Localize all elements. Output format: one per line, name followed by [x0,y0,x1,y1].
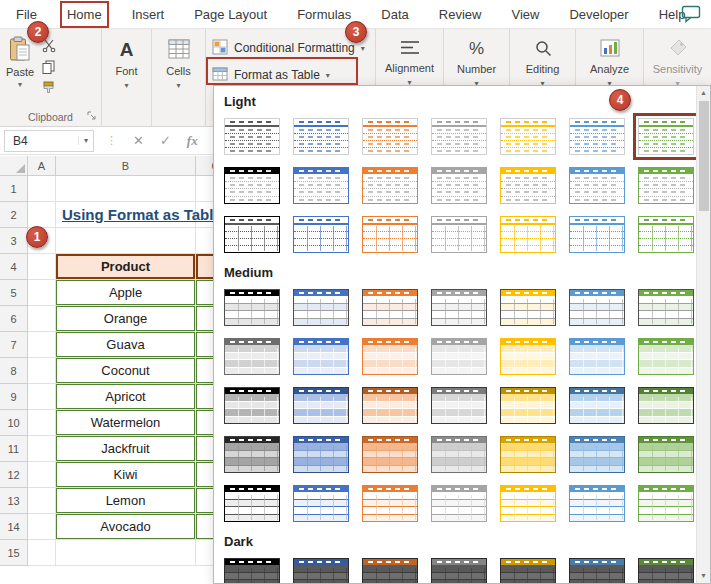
row-header-11[interactable]: 11 [0,436,28,462]
tab-formulas[interactable]: Formulas [295,6,353,23]
cancel-icon[interactable]: ✕ [133,133,144,148]
table-style-light-r3-c5[interactable] [500,216,556,253]
table-style-light-r3-c4[interactable] [431,216,487,253]
table-style-medium-r1-c5[interactable] [500,289,556,326]
table-style-light-r1-c6[interactable] [569,118,625,155]
table-style-light-r1-c2[interactable] [293,118,349,155]
table-style-light-r2-c6[interactable] [569,167,625,204]
table-style-light-r2-c1[interactable] [224,167,280,204]
row-header-10[interactable]: 10 [0,410,28,436]
table-style-medium-r4-c3[interactable] [362,436,418,473]
cell[interactable] [28,176,56,202]
table-style-medium-r1-c7[interactable] [638,289,694,326]
product-cell-guava[interactable]: Guava [56,332,196,358]
cell[interactable]: Using Format as Table [56,202,196,228]
cell[interactable] [28,280,56,306]
table-style-medium-r5-c1[interactable] [224,485,280,522]
copy-button[interactable] [42,59,56,74]
cell[interactable] [28,462,56,488]
table-style-light-r1-c5[interactable] [500,118,556,155]
table-style-medium-r5-c6[interactable] [569,485,625,522]
tab-file[interactable]: File [14,6,39,23]
tab-insert[interactable]: Insert [130,6,167,23]
table-style-dark-r1-c7[interactable] [638,558,694,583]
cell[interactable] [56,176,196,202]
format-as-table-button[interactable]: Format as Table ▾ [212,64,371,86]
table-style-medium-r4-c4[interactable] [431,436,487,473]
scroll-down-icon[interactable]: ▼ [700,570,707,582]
table-style-light-r1-c4[interactable] [431,118,487,155]
cells-group-button[interactable]: Cells ▾ [152,29,206,126]
product-cell-orange[interactable]: Orange [56,306,196,332]
tab-developer[interactable]: Developer [567,6,630,23]
cell[interactable] [28,540,56,566]
cell[interactable] [28,306,56,332]
table-style-light-r1-c3[interactable] [362,118,418,155]
cell[interactable] [56,540,196,566]
table-style-light-r3-c7[interactable] [638,216,694,253]
table-style-light-r3-c6[interactable] [569,216,625,253]
row-header-3[interactable]: 3 [0,228,28,254]
table-style-medium-r2-c5[interactable] [500,338,556,375]
select-all-corner[interactable] [0,156,28,176]
table-style-light-r3-c2[interactable] [293,216,349,253]
formula-bar-splitter[interactable]: ⋮ [106,134,117,147]
row-header-12[interactable]: 12 [0,462,28,488]
tab-page-layout[interactable]: Page Layout [192,6,269,23]
table-style-medium-r1-c1[interactable] [224,289,280,326]
row-header-5[interactable]: 5 [0,280,28,306]
cell[interactable] [28,254,56,280]
table-style-light-r3-c3[interactable] [362,216,418,253]
table-style-medium-r1-c2[interactable] [293,289,349,326]
table-style-medium-r4-c7[interactable] [638,436,694,473]
table-header-cell[interactable]: Product [56,254,196,280]
format-painter-button[interactable] [42,80,56,95]
tab-view[interactable]: View [509,6,541,23]
row-header-13[interactable]: 13 [0,488,28,514]
product-cell-apricot[interactable]: Apricot [56,384,196,410]
table-style-light-r2-c3[interactable] [362,167,418,204]
gallery-scrollbar[interactable]: ▲ ▼ [696,86,710,583]
table-style-medium-r3-c2[interactable] [293,387,349,424]
table-style-medium-r2-c2[interactable] [293,338,349,375]
table-style-medium-r4-c2[interactable] [293,436,349,473]
name-box[interactable]: B4 ▾ [4,130,94,152]
conditional-formatting-button[interactable]: Conditional Formatting ▾ [212,37,371,59]
insert-function-icon[interactable]: fx [187,133,198,149]
table-style-medium-r2-c4[interactable] [431,338,487,375]
product-cell-kiwi[interactable]: Kiwi [56,462,196,488]
table-style-dark-r1-c1[interactable] [224,558,280,583]
table-style-light-r2-c2[interactable] [293,167,349,204]
table-style-light-r3-c1[interactable] [224,216,280,253]
table-style-light-r1-c1[interactable] [224,118,280,155]
row-header-7[interactable]: 7 [0,332,28,358]
table-style-medium-r5-c4[interactable] [431,485,487,522]
cell[interactable] [28,384,56,410]
cell[interactable] [28,436,56,462]
table-style-light-r1-c7[interactable] [638,118,694,155]
table-style-medium-r1-c3[interactable] [362,289,418,326]
scroll-up-icon[interactable]: ▲ [700,87,707,99]
cell[interactable] [28,358,56,384]
cell[interactable] [56,228,196,254]
product-cell-jackfruit[interactable]: Jackfruit [56,436,196,462]
enter-icon[interactable]: ✓ [160,133,171,148]
column-header-b[interactable]: B [56,156,196,176]
table-style-light-r2-c7[interactable] [638,167,694,204]
cell[interactable] [28,514,56,540]
cell[interactable] [28,332,56,358]
table-style-medium-r2-c7[interactable] [638,338,694,375]
row-header-6[interactable]: 6 [0,306,28,332]
row-header-4[interactable]: 4 [0,254,28,280]
row-header-9[interactable]: 9 [0,384,28,410]
paste-button[interactable]: Paste ▾ [6,36,34,95]
product-cell-watermelon[interactable]: Watermelon [56,410,196,436]
column-header-a[interactable]: A [28,156,56,176]
cell[interactable] [28,488,56,514]
table-style-medium-r3-c6[interactable] [569,387,625,424]
table-style-medium-r3-c7[interactable] [638,387,694,424]
product-cell-lemon[interactable]: Lemon [56,488,196,514]
table-style-dark-r1-c5[interactable] [500,558,556,583]
row-header-15[interactable]: 15 [0,540,28,566]
table-style-medium-r5-c2[interactable] [293,485,349,522]
